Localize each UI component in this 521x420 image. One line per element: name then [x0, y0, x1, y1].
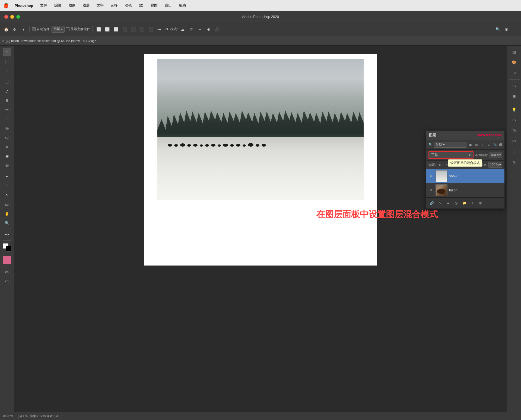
3d-mode-icon3[interactable]: ✛: [196, 26, 204, 33]
layer-link-icon[interactable]: 🔗: [428, 200, 435, 206]
layer-delete-icon[interactable]: 🗑: [477, 200, 484, 206]
clone-tool[interactable]: ⊙: [3, 115, 11, 123]
healing-tool[interactable]: ⊕: [3, 96, 11, 105]
panel-transform-icon[interactable]: ⊕: [510, 158, 519, 166]
share-icon[interactable]: ↑: [511, 26, 519, 33]
align-left-icon[interactable]: ⬜: [95, 26, 102, 33]
blur-tool[interactable]: ◉: [3, 152, 11, 160]
menu-text[interactable]: 文字: [96, 2, 105, 8]
move-tool[interactable]: ✛: [3, 48, 11, 56]
layout-icon[interactable]: ▣: [503, 26, 510, 33]
traffic-lights[interactable]: [4, 15, 20, 19]
align-center-v-icon[interactable]: ⬛: [129, 26, 137, 33]
path-select-tool[interactable]: ↖: [3, 191, 11, 199]
menu-window[interactable]: 窗口: [164, 2, 173, 8]
panel-light-icon[interactable]: 💡: [510, 105, 519, 114]
filter-adjustment-icon[interactable]: ◎: [474, 142, 479, 147]
search-icon[interactable]: 🔍: [494, 26, 501, 33]
panel-color-icon[interactable]: 🎨: [510, 58, 519, 67]
filter-toggle[interactable]: [499, 143, 502, 146]
fill-value[interactable]: 100 % ▾: [488, 162, 502, 168]
tab-close-icon[interactable]: ×: [2, 39, 4, 43]
filter-smart-icon[interactable]: 📎: [493, 142, 498, 147]
panel-grid2-icon[interactable]: ⊞: [510, 92, 519, 101]
type-tool[interactable]: T: [3, 182, 11, 190]
layer-item-bison[interactable]: 👁 bison: [426, 183, 504, 197]
3d-mode-icon1[interactable]: ☁: [179, 26, 186, 33]
pen-tool[interactable]: ✒: [3, 173, 11, 181]
panel-square-icon[interactable]: ▭: [510, 116, 519, 124]
move-arrow-icon[interactable]: ▾: [20, 26, 27, 33]
menu-view[interactable]: 视图: [150, 2, 159, 8]
menu-select[interactable]: 选择: [110, 2, 119, 8]
layer-add-icon[interactable]: +: [469, 200, 476, 206]
rectangle-tool[interactable]: ▭: [3, 200, 11, 209]
panel-circle-icon[interactable]: ◎: [510, 126, 519, 135]
layer-mask-icon[interactable]: ●: [445, 200, 451, 206]
layer-item-snow[interactable]: 👁 snow: [426, 169, 504, 183]
layer-adjustment-icon[interactable]: ◎: [453, 200, 459, 206]
3d-mode-icon4[interactable]: ⊕: [205, 26, 212, 33]
lasso-tool[interactable]: ○: [3, 66, 11, 74]
layer-type-dropdown[interactable]: 图层 ▾: [52, 26, 65, 33]
align-bottom-icon[interactable]: ⬛: [138, 26, 146, 33]
close-button[interactable]: [4, 15, 8, 19]
layer-group-icon[interactable]: 📁: [461, 200, 468, 206]
filter-type-icon[interactable]: T: [480, 142, 485, 147]
blend-mode-dropdown[interactable]: 正常 ▾: [428, 151, 474, 159]
canvas-document: 在图层面板中设置图层混合模式: [144, 54, 377, 266]
filter-pixel-icon[interactable]: ▣: [468, 142, 473, 147]
menu-help[interactable]: 帮助: [178, 2, 187, 8]
align-center-h-icon[interactable]: ⬜: [103, 26, 111, 33]
hand-tool[interactable]: ✋: [3, 210, 11, 218]
lock-label: 锁定:: [428, 163, 436, 167]
menu-image[interactable]: 图像: [67, 2, 77, 8]
filter-type-dropdown[interactable]: 类型 ▾: [434, 142, 466, 148]
pink-color-swatch[interactable]: [3, 256, 11, 264]
dodge-tool[interactable]: ◎: [3, 161, 11, 169]
crop-tool[interactable]: ⊡: [3, 78, 11, 86]
eyedropper-tool[interactable]: ╱: [3, 87, 11, 95]
layer-fx-icon[interactable]: fx: [437, 200, 443, 206]
menu-edit[interactable]: 编辑: [53, 2, 62, 8]
menu-3d[interactable]: 3D: [138, 3, 145, 8]
zoom-tool[interactable]: 🔍: [3, 219, 11, 227]
color-swatch[interactable]: [3, 243, 11, 251]
filter-crop-icon[interactable]: ⊡: [486, 142, 492, 147]
opacity-value[interactable]: 100% ▾: [489, 152, 502, 158]
3d-mode-icon5[interactable]: 🎥: [214, 26, 221, 33]
show-transform-checkbox[interactable]: 显示变换控件: [66, 27, 90, 31]
mask-mode-icon[interactable]: ▭: [3, 268, 11, 276]
maximize-button[interactable]: [16, 15, 20, 19]
move-tool-icon[interactable]: ✛: [11, 26, 18, 33]
panel-grid-icon[interactable]: ⊞: [510, 68, 519, 77]
zoom-level: 66.67%: [3, 415, 13, 418]
background-color[interactable]: [6, 246, 11, 251]
panel-rect-icon[interactable]: ▭: [510, 82, 519, 90]
align-top-icon[interactable]: ⬛: [121, 26, 128, 33]
home-icon[interactable]: 🏠: [2, 26, 10, 33]
panel-layers-icon[interactable]: ▦: [510, 48, 519, 56]
minimize-button[interactable]: [10, 15, 14, 19]
screen-mode-icon[interactable]: ▭: [3, 277, 11, 285]
lock-pixels-icon[interactable]: ⊞: [437, 162, 443, 168]
eraser-tool[interactable]: ▭: [3, 133, 11, 141]
more-tools-icon[interactable]: •••: [3, 230, 11, 239]
menu-photoshop[interactable]: Photoshop: [14, 3, 34, 8]
marquee-tool[interactable]: ⬚: [3, 57, 11, 65]
3d-mode-icon2[interactable]: ↺: [188, 26, 195, 33]
menu-file[interactable]: 文件: [39, 2, 48, 8]
align-extra-icon[interactable]: ⬛: [147, 26, 154, 33]
more-options-icon[interactable]: •••: [155, 26, 163, 33]
layer-visibility-bison[interactable]: 👁: [428, 188, 434, 193]
brush-tool[interactable]: ✏: [3, 106, 11, 114]
panel-node-icon[interactable]: ⊹: [510, 147, 519, 156]
apple-icon[interactable]: 🍎: [3, 3, 9, 8]
menu-layer[interactable]: 图层: [81, 2, 91, 8]
history-brush-tool[interactable]: ◎: [3, 124, 11, 132]
gradient-tool[interactable]: ◈: [3, 143, 11, 151]
layer-visibility-snow[interactable]: 👁: [428, 173, 434, 179]
menu-filter[interactable]: 滤镜: [124, 2, 133, 8]
align-right-icon[interactable]: ⬜: [112, 26, 120, 33]
auto-select-checkbox[interactable]: ✓ 自动选择: 图层 ▾: [32, 26, 65, 33]
